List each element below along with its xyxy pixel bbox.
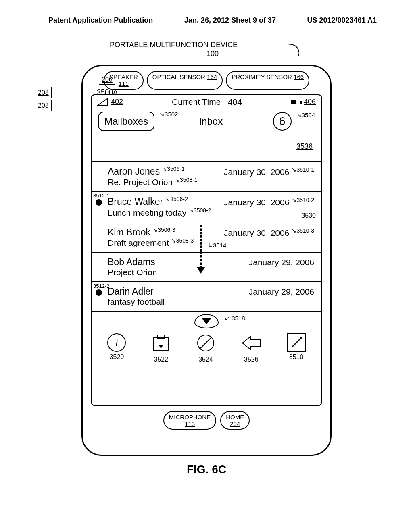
- unread-dot-icon: [96, 289, 102, 296]
- toolbar: i 3520 3522: [92, 328, 321, 365]
- sensor-row-top: SPEAKER111 OPTICAL SENSOR 164 PROXIMITY …: [91, 71, 322, 90]
- svg-marker-3: [197, 267, 205, 274]
- mail-row[interactable]: Kim Brook↘3506-3 Draft agreement↘3508-3 …: [92, 222, 321, 252]
- callout: ↘3510-2: [292, 197, 314, 203]
- arrowhead-down-icon: [197, 267, 205, 274]
- top-side-box: 206: [99, 75, 115, 85]
- compose-button[interactable]: 3510: [287, 333, 306, 361]
- download-button[interactable]: 3522: [151, 333, 171, 363]
- microphone-label: MICROPHONE113: [163, 411, 216, 430]
- battery-icon: [291, 100, 300, 104]
- svg-marker-7: [159, 345, 163, 349]
- callout: ↘3510-3: [292, 227, 314, 234]
- svg-line-11: [292, 338, 301, 347]
- no-symbol-icon: [196, 333, 215, 353]
- blank-row: 3536: [92, 137, 321, 161]
- unread-ref: 3512-2: [93, 283, 109, 289]
- sensor-row-bottom: MICROPHONE113 HOME204: [91, 411, 322, 430]
- callout: ↘3508-3: [171, 237, 194, 244]
- reply-arrow-icon: [241, 333, 262, 353]
- scroll-indicator-row: ↙ 3518: [92, 311, 321, 328]
- unread-count: 6: [273, 112, 292, 131]
- status-bar: 402 Current Time 404 406: [92, 95, 321, 109]
- figure-caption: FIG. 6C: [57, 463, 356, 476]
- optical-sensor-label: OPTICAL SENSOR 164: [147, 71, 223, 90]
- block-button[interactable]: 3524: [196, 333, 215, 363]
- svg-marker-2: [97, 98, 108, 106]
- pub-label: Patent Application Publication: [48, 16, 153, 25]
- battery-ref: 406: [304, 98, 316, 106]
- svg-marker-1: [298, 54, 299, 58]
- scroll-down-ref: ↙ 3518: [225, 315, 245, 322]
- nav-bar: Mailboxes ↘3502 Inbox 6 ↘3504: [92, 109, 321, 137]
- side-buttons: 208 208: [35, 87, 52, 113]
- signal-ref: 402: [111, 98, 123, 106]
- figure: 208 208 PORTABLE MULTIFUNCTION DEVICE 10…: [57, 41, 356, 476]
- callout: ↘3506-1: [162, 166, 185, 172]
- triangle-down-icon: [202, 318, 211, 324]
- callout: ↘3508-1: [175, 177, 198, 183]
- mail-row[interactable]: 3512-2 Darin Adler fantasy football Janu…: [92, 281, 321, 311]
- current-time: Current Time 404: [126, 97, 288, 107]
- gesture-ref: ↳3514: [208, 242, 226, 249]
- device-pointer-line: [186, 44, 299, 58]
- count-ref: ↘3504: [296, 112, 315, 119]
- signal-icon: [97, 98, 108, 106]
- callout: ↘3510-1: [292, 166, 314, 173]
- svg-marker-10: [242, 337, 260, 349]
- sheet-label: Jan. 26, 2012 Sheet 9 of 37: [184, 16, 276, 25]
- back-ref: ↘3502: [159, 111, 178, 118]
- device-body: 206 3500A SPEAKER111 OPTICAL SENSOR 164 …: [81, 65, 332, 456]
- side-button-1: 208: [35, 87, 52, 98]
- callout: ↘3508-2: [189, 207, 211, 214]
- proximity-sensor-label: PROXIMITY SENSOR 166: [226, 71, 309, 90]
- scroll-down-button[interactable]: [194, 314, 219, 328]
- info-button[interactable]: i 3520: [107, 333, 126, 361]
- unread-dot-icon: [96, 199, 102, 206]
- info-icon: i: [107, 333, 126, 352]
- back-button[interactable]: Mailboxes: [98, 112, 154, 131]
- mail-row[interactable]: Aaron Jones↘3506-1 Re: Project Orion↘350…: [92, 161, 321, 191]
- side-button-2: 208: [35, 100, 52, 111]
- mail-list: Aaron Jones↘3506-1 Re: Project Orion↘350…: [92, 161, 321, 328]
- home-button-label[interactable]: HOME204: [220, 411, 250, 430]
- scroll-gesture-icon: [200, 225, 202, 251]
- compose-icon: [287, 333, 306, 352]
- unread-ref: 3512-1: [93, 193, 109, 199]
- blank-row-ref: 3536: [296, 142, 313, 150]
- callout: ↘3506-3: [153, 227, 175, 233]
- mail-row[interactable]: 3512-1 Bruce Walker↘3506-2 Lunch meeting…: [92, 191, 321, 222]
- pub-number: US 2012/0023461 A1: [307, 16, 377, 25]
- inbox-download-icon: [151, 333, 171, 353]
- callout: ↘3506-2: [165, 196, 188, 202]
- row-ref: 3530: [301, 212, 316, 219]
- mail-row[interactable]: Bob Adams Project Orion January 29, 2006: [92, 252, 321, 281]
- page-header: Patent Application Publication Jan. 26, …: [0, 0, 413, 33]
- inbox-title: Inbox: [199, 116, 223, 127]
- reply-button[interactable]: 3526: [241, 333, 262, 363]
- screen: 402 Current Time 404 406 Mailboxes ↘3502…: [91, 94, 322, 406]
- scroll-gesture-arrow-icon: [200, 251, 202, 269]
- svg-line-9: [200, 337, 211, 349]
